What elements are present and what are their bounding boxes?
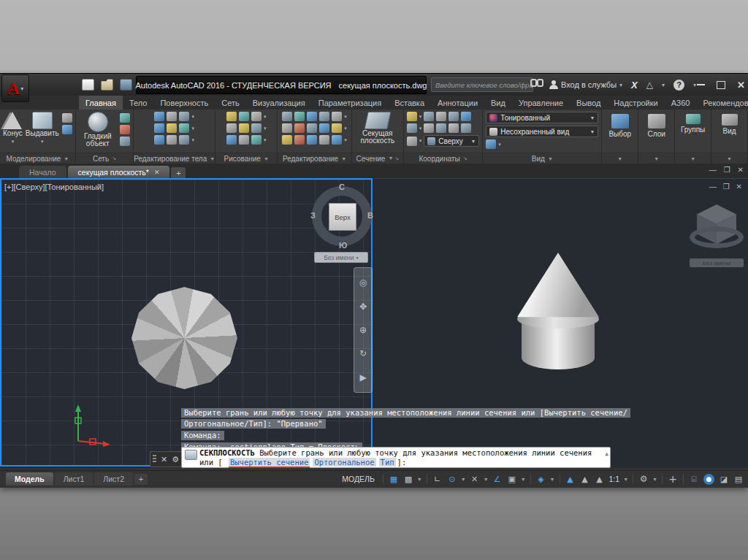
offset-icon[interactable] bbox=[319, 135, 329, 145]
trim-icon[interactable] bbox=[282, 112, 292, 121]
a360-dropdown-icon[interactable]: ▾ bbox=[662, 82, 665, 88]
panel-title-solid-editing[interactable]: Редактирование тела▼ bbox=[134, 153, 215, 164]
navigation-wheel-icon[interactable]: ◎ bbox=[359, 277, 367, 288]
panel-title-groups[interactable]: ▼ bbox=[675, 153, 711, 164]
section-plane-button[interactable]: Секущая плоскость bbox=[355, 112, 400, 145]
tab-vizualizaciya[interactable]: Визуализация bbox=[246, 96, 312, 110]
ucs-world-icon[interactable] bbox=[407, 112, 417, 121]
viewcube-south[interactable]: Ю bbox=[339, 241, 347, 250]
presspull-icon[interactable] bbox=[62, 113, 72, 123]
polar-tracking-icon[interactable]: ⊙ bbox=[446, 473, 459, 486]
osnap-dropdown-icon[interactable]: ▼ bbox=[520, 477, 527, 482]
clean-screen-icon[interactable]: ● bbox=[703, 474, 714, 485]
ucs-origin-icon[interactable] bbox=[407, 123, 417, 133]
viewcube-left[interactable]: С Ю З В Верх bbox=[310, 184, 374, 248]
ucs-named-icon[interactable] bbox=[407, 137, 417, 146]
search-input[interactable]: Введите ключевое слово/фразу bbox=[431, 77, 533, 92]
mesh-crease-icon[interactable] bbox=[120, 125, 130, 134]
exchange-apps-icon[interactable]: X bbox=[631, 80, 638, 91]
new-file-icon[interactable] bbox=[82, 79, 94, 91]
tab-upravlenie[interactable]: Управление bbox=[512, 96, 570, 110]
erase-icon[interactable] bbox=[332, 112, 342, 121]
recent-commands-icon[interactable] bbox=[185, 450, 197, 460]
rectangle-icon[interactable] bbox=[239, 135, 249, 145]
annotation-visibility-icon[interactable]: ▲ bbox=[564, 473, 577, 486]
viewcube-compass[interactable] bbox=[690, 226, 744, 248]
extrude-button[interactable]: Выдавить ▾ bbox=[26, 112, 59, 145]
stretch-icon[interactable] bbox=[282, 123, 292, 133]
polyline-icon[interactable] bbox=[226, 112, 237, 121]
tab-vid[interactable]: Вид bbox=[484, 96, 512, 110]
tab-glavnaya[interactable]: Главная bbox=[79, 96, 123, 110]
new-tab-button[interactable]: + bbox=[171, 167, 186, 178]
sweep-icon[interactable] bbox=[62, 125, 72, 134]
zoom-icon[interactable]: ⊕ bbox=[359, 325, 367, 335]
taper-face-icon[interactable] bbox=[179, 123, 189, 133]
polygon-icon[interactable] bbox=[226, 135, 237, 145]
fillet-edge-icon[interactable] bbox=[167, 123, 177, 133]
tab-annotacii[interactable]: Аннотации bbox=[431, 96, 484, 110]
panel-title-modify[interactable]: Редактирование▼ bbox=[278, 153, 351, 164]
ellipse-icon[interactable] bbox=[251, 135, 262, 145]
layout-tab-model[interactable]: Модель bbox=[6, 472, 53, 486]
grid-display-icon[interactable]: ▦ bbox=[387, 473, 400, 486]
workspace-gear-icon[interactable]: ⚙ bbox=[637, 473, 650, 486]
panel-title-coordinates[interactable]: Координаты↘ bbox=[404, 153, 483, 164]
a360-icon[interactable]: △ bbox=[646, 80, 653, 90]
panel-title-section[interactable]: Сечение▼ ↘ bbox=[352, 153, 403, 164]
open-file-icon[interactable] bbox=[101, 79, 113, 91]
panel-title-mesh[interactable]: Сеть↘ bbox=[76, 153, 133, 164]
viewport-plus-control[interactable]: [+] bbox=[4, 183, 14, 191]
ucs-z-axis-icon[interactable] bbox=[424, 123, 434, 133]
save-icon[interactable] bbox=[120, 79, 132, 91]
layers-button[interactable]: Слои bbox=[639, 111, 674, 138]
tab-poverhnost[interactable]: Поверхность bbox=[153, 96, 215, 110]
command-input[interactable]: ▲ СЕКПЛОСКОСТЬ Выберите грань или любую … bbox=[181, 447, 611, 468]
mirror-icon[interactable] bbox=[319, 123, 329, 133]
spline-icon[interactable] bbox=[226, 123, 237, 133]
arc-icon[interactable] bbox=[251, 112, 262, 121]
groups-button[interactable]: Группы bbox=[676, 111, 711, 134]
isodraft-icon[interactable]: ✕ bbox=[468, 473, 481, 486]
autoscale-icon[interactable]: ▲ bbox=[579, 473, 592, 486]
explode-icon[interactable] bbox=[282, 135, 292, 145]
array-icon[interactable] bbox=[307, 135, 317, 145]
ortho-mode-icon[interactable]: ∟ bbox=[431, 473, 444, 486]
intersect-icon[interactable] bbox=[154, 135, 164, 145]
signin-button[interactable]: Вход в службы ▾ bbox=[549, 80, 622, 89]
isodraft-dropdown-icon[interactable]: ▼ bbox=[483, 477, 489, 482]
customize-plus-icon[interactable]: + bbox=[666, 473, 679, 486]
polar-dropdown-icon[interactable]: ▼ bbox=[460, 477, 467, 482]
file-tab-start[interactable]: Начало bbox=[19, 166, 66, 178]
workspace-dropdown-icon[interactable]: ▼ bbox=[652, 477, 658, 482]
ucs-x-icon[interactable] bbox=[449, 123, 459, 133]
customize-wrench-icon[interactable]: ⚙ bbox=[172, 455, 179, 464]
annotation-scale-icon[interactable]: ▲ bbox=[593, 473, 606, 486]
panel-title-modeling[interactable]: Моделирование▼ bbox=[0, 153, 75, 164]
revision-cloud-icon[interactable] bbox=[239, 112, 249, 121]
viewport-view-control[interactable]: [Сверху] bbox=[14, 183, 45, 191]
new-layout-button[interactable]: + bbox=[134, 474, 148, 485]
circle-mod-icon[interactable] bbox=[307, 123, 317, 133]
viewport-config-icon[interactable] bbox=[486, 139, 496, 149]
object-snap-tracking-icon[interactable]: ∠ bbox=[491, 473, 504, 486]
viewcube-north[interactable]: С bbox=[339, 183, 345, 191]
annotation-scale-label[interactable]: 1:1 bbox=[608, 475, 622, 483]
viewcube-unnamed-label[interactable]: Без имени bbox=[690, 258, 744, 267]
slice-icon[interactable] bbox=[167, 112, 177, 121]
tab-a360[interactable]: A360 bbox=[665, 96, 697, 110]
separate-icon[interactable] bbox=[179, 135, 189, 145]
app-menu-button[interactable]: A ▾ bbox=[1, 74, 29, 102]
close-tab-icon[interactable]: ✕ bbox=[154, 169, 160, 176]
viewcube-east[interactable]: В bbox=[367, 211, 373, 220]
file-tab-document[interactable]: секущая плоскость* ✕ bbox=[68, 166, 170, 178]
restore-icon[interactable] bbox=[717, 81, 725, 89]
3d-osnap-icon[interactable]: ◈ bbox=[535, 473, 548, 486]
visual-style-combo[interactable]: Тонированный ▼ bbox=[486, 112, 598, 123]
ucs-view-icon[interactable] bbox=[436, 123, 446, 133]
tab-set[interactable]: Сеть bbox=[215, 96, 245, 110]
status-image-icon[interactable]: ▤ bbox=[732, 473, 745, 486]
line-icon[interactable] bbox=[239, 123, 249, 133]
help-icon[interactable]: ? bbox=[673, 80, 684, 91]
viewcube-west[interactable]: З bbox=[310, 211, 316, 220]
